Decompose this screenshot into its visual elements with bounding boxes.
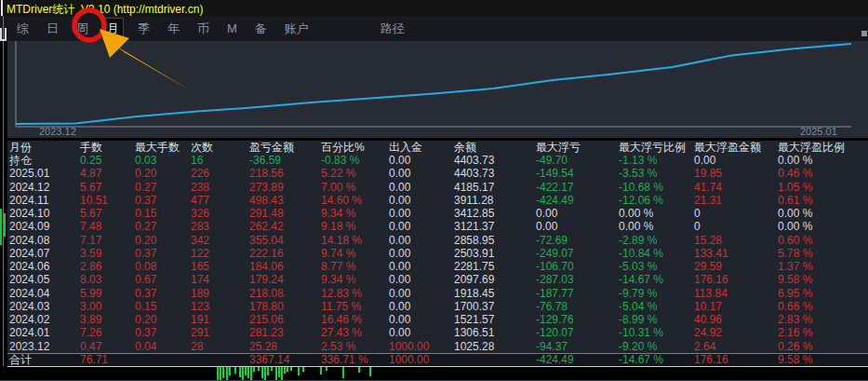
table-row[interactable]: 2024.073.590.37122222.169.74 %0.002503.9… <box>7 247 868 260</box>
table-row[interactable]: 2023.120.470.042825.282.53 %1000.001025.… <box>7 340 868 353</box>
table-row[interactable]: 2025.014.870.20226218.565.22 %0.004403.7… <box>7 167 868 180</box>
table-row[interactable]: 持仓0.250.0316-36.59-0.83 %0.004403.73-49.… <box>7 154 868 167</box>
table-row[interactable]: 2024.062.860.08165184.068.77 %0.002281.7… <box>7 260 868 273</box>
table-cell: 0.60 % <box>778 234 866 247</box>
table-cell: 0.00 <box>389 207 454 220</box>
menu-item-季[interactable]: 季 <box>134 19 154 39</box>
table-cell: 174 <box>191 273 249 286</box>
table-row[interactable]: 2024.097.480.27283262.429.18 %0.003121.3… <box>7 220 868 233</box>
table-cell: 2025.01 <box>9 167 80 180</box>
table-cell: 最大浮亏比例 <box>619 141 694 154</box>
table-row[interactable]: 2024.105.670.15326291.489.34 %0.003412.8… <box>7 207 868 220</box>
table-cell: 0.00 <box>389 273 454 286</box>
table-cell: 2097.69 <box>454 273 536 286</box>
histogram-bar <box>253 367 255 372</box>
menu-item-路径[interactable]: 路径 <box>377 19 408 39</box>
table-row[interactable]: 2024.087.170.20342355.0414.18 %0.002858.… <box>7 234 868 247</box>
table-cell: 477 <box>191 194 249 207</box>
table-cell: 0.00 <box>536 207 619 220</box>
table-cell: 0.00 <box>536 220 619 233</box>
table-cell: -49.70 <box>536 154 619 167</box>
table-cell: 0.26 % <box>778 340 866 353</box>
table-total-row[interactable]: 合计76.713367.14336.71 %1000.00-424.49-14.… <box>7 353 868 367</box>
table-cell: 10.51 <box>80 194 135 207</box>
table-cell: -149.54 <box>536 167 619 180</box>
table-cell: -0.83 % <box>321 154 389 167</box>
menu-item-备[interactable]: 备 <box>251 19 271 39</box>
table-cell: -5.04 % <box>619 300 694 313</box>
table-cell: 3412.85 <box>454 207 536 220</box>
table-cell: 238 <box>191 181 249 194</box>
table-cell: 262.42 <box>249 220 321 233</box>
table-cell: 2024.11 <box>9 194 80 207</box>
histogram-bar <box>320 367 322 374</box>
table-cell: 16.46 % <box>321 313 389 326</box>
table-cell: 16 <box>191 154 249 167</box>
table-cell: 215.06 <box>249 313 321 326</box>
table-cell: -2.89 % <box>619 234 694 247</box>
table-cell: 19.85 <box>694 167 778 180</box>
table-cell: 1918.45 <box>454 287 536 300</box>
titlebar: MTDriver统计 ,V3.10 (http://mtdriver.cn) <box>0 0 868 16</box>
menu-item-月[interactable]: 月 <box>102 18 124 40</box>
histogram-bar <box>369 367 371 376</box>
table-cell: 9.58 % <box>778 354 866 366</box>
table-cell: 3121.37 <box>454 220 536 233</box>
histogram-bar <box>220 367 221 381</box>
background-window-edge <box>3 16 4 366</box>
table-cell: 15.28 <box>694 234 778 247</box>
histogram-bar <box>290 367 292 371</box>
table-row[interactable]: 2024.125.670.27238273.897.00 %0.004185.1… <box>7 181 868 194</box>
table-row[interactable]: 2024.058.030.67174179.249.34 %0.002097.6… <box>7 273 868 286</box>
menu-item-周[interactable]: 周 <box>73 19 92 39</box>
table-cell: 余额 <box>454 141 536 154</box>
table-cell: 最大浮盈金额 <box>694 141 778 154</box>
table-cell: 24.92 <box>694 326 778 339</box>
histogram-bar <box>326 367 327 371</box>
table-cell: 0.00 % <box>778 207 866 220</box>
table-cell: 2.64 <box>694 340 778 353</box>
menu-item-年[interactable]: 年 <box>164 19 183 39</box>
table-cell: 2024.03 <box>9 300 80 313</box>
histogram-bar <box>264 367 266 381</box>
table-row[interactable]: 2024.033.000.15123178.8011.75 %0.001700.… <box>7 300 868 313</box>
table-cell: 0.47 <box>80 340 135 353</box>
menu-item-币[interactable]: 币 <box>194 19 213 39</box>
table-cell: 0.00 <box>389 247 454 260</box>
table-cell: 4185.17 <box>454 181 536 194</box>
table-cell: 14.18 % <box>321 234 389 247</box>
balance-line-series <box>16 44 851 124</box>
histogram-bar <box>234 367 236 374</box>
histogram-bar <box>342 367 344 378</box>
table-cell: 3.59 <box>80 247 135 260</box>
table-cell: 0.04 <box>135 340 191 353</box>
table-row[interactable]: 2024.023.890.20191215.0616.46 %0.001521.… <box>7 313 868 326</box>
table-cell: 41.74 <box>694 181 778 194</box>
table-cell: -187.77 <box>536 287 619 300</box>
background-window-bar <box>0 209 2 245</box>
table-row[interactable]: 2024.045.990.37189218.0812.83 %0.001918.… <box>7 287 868 300</box>
background-window-bar <box>4 213 6 237</box>
table-cell: 3367.14 <box>249 354 321 366</box>
table-cell: 手数 <box>80 141 135 154</box>
menu-item-日[interactable]: 日 <box>43 19 62 39</box>
table-cell: 7.26 <box>80 326 135 339</box>
table-cell: 1306.51 <box>454 326 536 339</box>
table-cell: 9.58 % <box>778 273 866 286</box>
menu-item-综[interactable]: 综 <box>13 19 33 39</box>
table-row[interactable]: 2024.1110.510.37477498.4314.60 %0.003911… <box>7 194 868 207</box>
menu-item-M[interactable]: M <box>223 20 241 37</box>
table-cell: 189 <box>191 287 249 300</box>
chart-scroll-marker[interactable] <box>861 31 867 36</box>
table-cell: 最大手数 <box>135 141 191 154</box>
table-cell: 0.00 <box>389 313 454 326</box>
table-cell: 2024.09 <box>9 220 80 233</box>
table-cell: 12.83 % <box>321 287 389 300</box>
table-cell: 0.20 <box>135 234 191 247</box>
table-cell: 14.60 % <box>321 194 389 207</box>
table-row[interactable]: 2024.017.260.37291281.2327.43 %0.001306.… <box>7 326 868 339</box>
table-cell: 0.20 <box>135 167 191 180</box>
table-cell: 7.17 <box>80 234 135 247</box>
menu-item-账户[interactable]: 账户 <box>281 19 313 39</box>
table-cell: 2024.04 <box>9 287 80 300</box>
